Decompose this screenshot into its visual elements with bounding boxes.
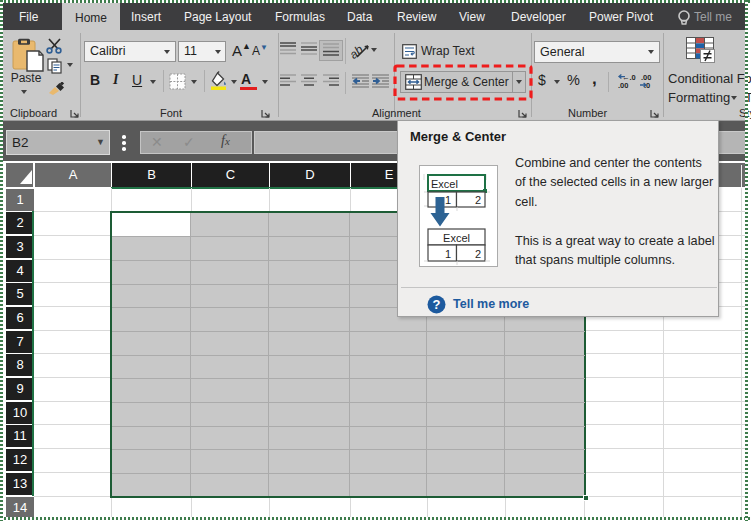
svg-text:?: ? (433, 297, 441, 312)
svg-text:2: 2 (475, 248, 481, 260)
svg-text:2: 2 (475, 194, 481, 206)
svg-text:Excel: Excel (431, 178, 458, 190)
svg-text:1: 1 (445, 194, 451, 206)
svg-text:Excel: Excel (443, 232, 470, 244)
svg-text:1: 1 (445, 248, 451, 260)
svg-text:.00: .00 (618, 81, 628, 89)
